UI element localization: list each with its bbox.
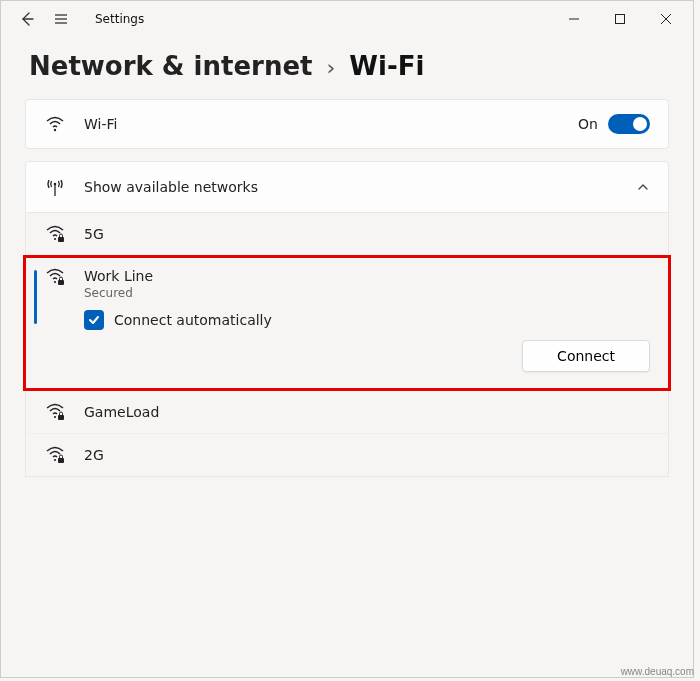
app-title: Settings [95,12,144,26]
maximize-button[interactable] [597,4,643,34]
svg-rect-16 [58,415,64,420]
minimize-button[interactable] [551,4,597,34]
titlebar-left: Settings [19,11,144,27]
wifi-icon [44,114,66,134]
network-item-workline[interactable]: Work Line Secured Connect automatically … [23,255,671,391]
svg-rect-12 [58,237,64,242]
svg-point-17 [54,459,56,461]
selection-indicator [34,270,37,324]
titlebar: Settings [1,1,693,37]
network-item-gameload[interactable]: GameLoad [26,391,668,433]
wifi-state-text: On [578,116,598,132]
connect-auto-label: Connect automatically [114,312,272,328]
menu-icon[interactable] [53,11,69,27]
svg-point-13 [54,281,56,283]
network-name: 5G [84,226,650,242]
svg-point-8 [54,129,56,131]
wifi-label: Wi-Fi [84,116,560,132]
svg-rect-18 [58,458,64,463]
back-icon[interactable] [19,11,35,27]
svg-point-11 [54,238,56,240]
chevron-up-icon [636,180,650,194]
network-name: Work Line [84,268,650,284]
svg-point-9 [54,183,57,186]
network-status: Secured [84,286,650,300]
breadcrumb-current: Wi-Fi [349,51,424,81]
network-list: 5G Work Line Secured [25,213,669,477]
svg-point-15 [54,416,56,418]
window-controls [551,4,689,34]
network-name: GameLoad [84,404,650,420]
connect-button[interactable]: Connect [522,340,650,372]
svg-rect-5 [616,15,625,24]
connect-auto-checkbox[interactable] [84,310,104,330]
wifi-toggle-card[interactable]: Wi-Fi On [25,99,669,149]
chevron-right-icon: › [326,55,335,80]
watermark: www.deuaq.com [621,666,694,677]
wifi-secured-icon [44,403,66,421]
breadcrumb: Network & internet › Wi-Fi [1,37,693,99]
wifi-secured-icon [44,268,66,286]
available-networks-header[interactable]: Show available networks [25,161,669,213]
wifi-secured-icon [44,446,66,464]
available-networks-label: Show available networks [84,179,618,195]
network-item-2g[interactable]: 2G [26,433,668,477]
antenna-icon [44,176,66,198]
wifi-secured-icon [44,225,66,243]
close-button[interactable] [643,4,689,34]
wifi-toggle[interactable] [608,114,650,134]
breadcrumb-parent[interactable]: Network & internet [29,51,312,81]
network-item-5g[interactable]: 5G [26,213,668,255]
svg-rect-14 [58,280,64,285]
network-name: 2G [84,447,650,463]
